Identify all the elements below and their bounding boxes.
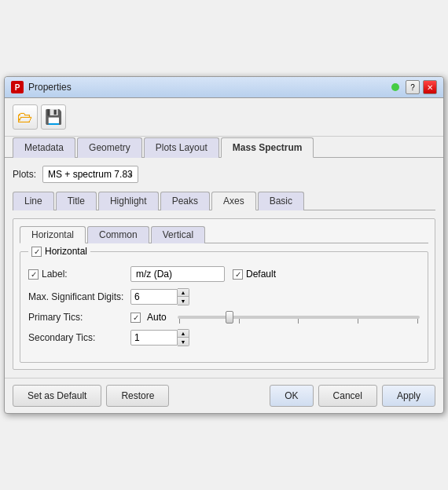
save-button[interactable]: 💾 bbox=[41, 104, 66, 130]
primary-tics-row: Primary Tics: ✓ Auto bbox=[28, 312, 420, 323]
titlebar-controls: ? ✕ bbox=[391, 80, 437, 94]
label-checkmark: ✓ bbox=[31, 270, 37, 279]
max-sig-up-button[interactable]: ▲ bbox=[178, 289, 189, 297]
label-checkbox[interactable]: ✓ bbox=[28, 269, 39, 280]
tab-geometry[interactable]: Geometry bbox=[77, 137, 142, 158]
plots-select-wrapper: MS + spectrum 7.83 bbox=[42, 166, 138, 183]
tab-highlight[interactable]: Highlight bbox=[98, 192, 159, 210]
auto-label: Auto bbox=[147, 312, 167, 323]
label-check-group: ✓ Label: bbox=[28, 269, 130, 280]
label-row: ✓ Label: ✓ Default bbox=[28, 266, 420, 282]
tab-mass-spectrum[interactable]: Mass Spectrum bbox=[221, 137, 314, 158]
primary-tics-slider-track[interactable] bbox=[178, 316, 420, 319]
folder-button[interactable]: 🗁 bbox=[13, 104, 38, 130]
apply-button[interactable]: Apply bbox=[382, 385, 435, 407]
tab-metadata[interactable]: Metadata bbox=[13, 137, 75, 158]
set-as-default-button[interactable]: Set as Default bbox=[13, 385, 101, 407]
secondary-tics-row: Secondary Tics: ▲ ▼ bbox=[28, 329, 420, 346]
max-sig-down-button[interactable]: ▼ bbox=[178, 297, 189, 305]
ok-button[interactable]: OK bbox=[270, 385, 313, 407]
secondary-tics-spinner: ▲ ▼ bbox=[130, 329, 189, 346]
folder-icon: 🗁 bbox=[17, 108, 33, 126]
label-input[interactable] bbox=[130, 266, 225, 282]
max-sig-row: Max. Significant Digits: ▲ ▼ bbox=[28, 288, 420, 305]
horizontal-group-label: Horizontal bbox=[45, 246, 87, 257]
app-icon: P bbox=[11, 81, 24, 93]
tick-1 bbox=[179, 319, 180, 324]
primary-tics-label: Primary Tics: bbox=[28, 312, 130, 323]
tab-plots-layout[interactable]: Plots Layout bbox=[144, 137, 219, 158]
tick-4 bbox=[358, 319, 358, 324]
max-sig-label: Max. Significant Digits: bbox=[28, 291, 130, 302]
properties-window: P Properties ? ✕ 🗁 💾 Metadata Geometry P… bbox=[4, 76, 444, 414]
window-title: Properties bbox=[28, 82, 387, 93]
tab-horizontal[interactable]: Horizontal bbox=[20, 226, 86, 243]
restore-button[interactable]: Restore bbox=[106, 385, 169, 407]
horizontal-group: ✓ Horizontal ✓ Label: ✓ bbox=[20, 251, 428, 363]
horizontal-group-checkbox[interactable]: ✓ bbox=[31, 247, 42, 257]
default-checkmark: ✓ bbox=[235, 270, 241, 279]
content-area: Plots: MS + spectrum 7.83 Line Title Hig… bbox=[5, 158, 443, 378]
inner-tab-bar: Horizontal Common Vertical bbox=[20, 225, 428, 243]
default-checkbox[interactable]: ✓ bbox=[233, 269, 243, 280]
plots-label: Plots: bbox=[13, 169, 36, 180]
sub-tab-bar: Line Title Highlight Peaks Axes Basic bbox=[13, 191, 435, 210]
tab-peaks[interactable]: Peaks bbox=[160, 192, 210, 210]
group-legend: ✓ Horizontal bbox=[28, 246, 90, 257]
plots-select[interactable]: MS + spectrum 7.83 bbox=[42, 166, 138, 183]
cancel-button[interactable]: Cancel bbox=[318, 385, 377, 407]
titlebar: P Properties ? ✕ bbox=[5, 77, 443, 98]
tick-5 bbox=[417, 319, 418, 324]
secondary-tics-input[interactable] bbox=[130, 330, 178, 346]
secondary-tics-up-button[interactable]: ▲ bbox=[178, 330, 189, 338]
save-icon: 💾 bbox=[45, 108, 62, 126]
slider-ticks bbox=[178, 319, 420, 324]
label-text: Label: bbox=[42, 269, 68, 280]
toolbar: 🗁 💾 bbox=[5, 98, 443, 137]
tab-line[interactable]: Line bbox=[13, 192, 54, 210]
default-label: Default bbox=[246, 269, 276, 280]
secondary-tics-spinner-btns: ▲ ▼ bbox=[178, 329, 189, 346]
max-sig-input[interactable] bbox=[130, 289, 178, 305]
tick-3 bbox=[298, 319, 299, 324]
secondary-tics-down-button[interactable]: ▼ bbox=[178, 338, 189, 346]
auto-checkbox[interactable]: ✓ bbox=[130, 313, 141, 323]
max-sig-spinner: ▲ ▼ bbox=[130, 288, 189, 305]
inner-panel: Horizontal Common Vertical ✓ Horizontal … bbox=[13, 218, 435, 370]
tab-vertical[interactable]: Vertical bbox=[151, 226, 205, 243]
tick-2 bbox=[239, 319, 240, 324]
help-button[interactable]: ? bbox=[406, 80, 420, 94]
tab-common[interactable]: Common bbox=[87, 226, 149, 243]
close-button[interactable]: ✕ bbox=[423, 80, 437, 94]
footer: Set as Default Restore OK Cancel Apply bbox=[5, 378, 443, 413]
auto-checkmark: ✓ bbox=[133, 313, 139, 322]
tab-basic[interactable]: Basic bbox=[258, 192, 304, 210]
primary-tics-controls: ✓ Auto bbox=[130, 312, 420, 323]
tab-axes[interactable]: Axes bbox=[211, 192, 256, 210]
tab-title[interactable]: Title bbox=[56, 192, 97, 210]
status-dot bbox=[391, 83, 399, 91]
main-tab-bar: Metadata Geometry Plots Layout Mass Spec… bbox=[5, 137, 443, 158]
secondary-tics-label: Secondary Tics: bbox=[28, 332, 130, 343]
max-sig-spinner-btns: ▲ ▼ bbox=[178, 288, 189, 305]
plots-row: Plots: MS + spectrum 7.83 bbox=[13, 166, 435, 183]
checkmark-icon: ✓ bbox=[34, 247, 40, 256]
